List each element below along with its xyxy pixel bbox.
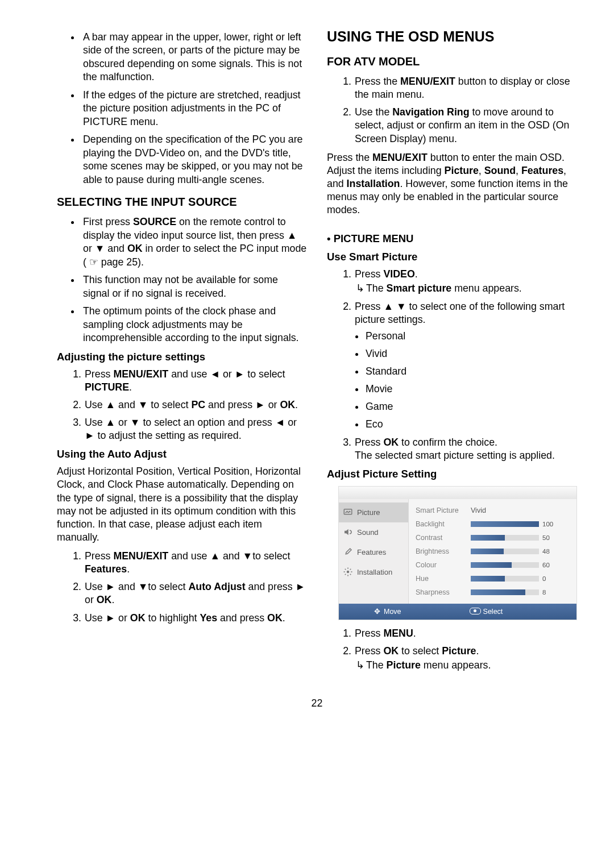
bullet-item: First press SOURCE on the remote control…: [81, 215, 307, 269]
select-icon: [470, 608, 481, 614]
list-item: Vivid: [365, 347, 577, 360]
step-item: Press VIDEO. ↳The Smart picture menu app…: [354, 268, 577, 295]
step-item: Press OK to confirm the choice. The sele…: [354, 436, 577, 462]
heading-picture-menu: PICTURE MENU: [327, 232, 577, 245]
osd-footer-move: ✥Move: [374, 607, 401, 616]
heading-using-osd-menus: USING THE OSD MENUS: [327, 28, 577, 45]
bullet-item: This function may not be available for s…: [81, 273, 307, 300]
step-item: Press OK to select Picture. ↳The Picture…: [354, 645, 577, 672]
heading-for-atv-model: FOR ATV MODEL: [327, 55, 577, 68]
dpad-icon: ✥: [374, 607, 380, 616]
step-item: Use ► or OK to highlight Yes and press O…: [84, 612, 307, 625]
bullet-item: The optimum points of the clock phase an…: [81, 305, 307, 344]
step-item: Press MENU.: [354, 627, 577, 640]
picture-icon: [343, 507, 353, 517]
step-item: Press MENU/EXIT and use ▲ and ▼to select…: [84, 550, 307, 576]
svg-point-1: [347, 571, 350, 574]
bullet-item: If the edges of the picture are stretche…: [81, 89, 307, 128]
list-item: Movie: [365, 383, 577, 396]
osd-nav-features: Features: [339, 542, 408, 562]
features-icon: [343, 547, 353, 557]
step-item: Use ► and ▼to select Auto Adjust and pre…: [84, 580, 307, 607]
page-number: 22: [57, 697, 577, 709]
list-item: Standard: [365, 365, 577, 378]
list-item: Personal: [365, 330, 577, 343]
osd-row-sharpness: Sharpness 8: [416, 585, 571, 599]
list-item: Game: [365, 400, 577, 413]
step-item: Use ▲ or ▼ to select an option and press…: [84, 416, 307, 442]
osd-nav-picture: Picture: [339, 502, 408, 522]
osd-row-colour: Colour 60: [416, 558, 571, 572]
osd-row-smart-picture: Smart Picture Vivid: [416, 504, 571, 517]
paragraph-auto-adjust: Adjust Horizontal Position, Vertical Pos…: [57, 465, 307, 544]
bullet-item: Depending on the specification of the PC…: [81, 133, 307, 186]
osd-menu-screenshot: Picture Sound Features Installation: [338, 486, 577, 620]
osd-row-backlight: Backlight 100: [416, 517, 571, 531]
osd-row-brightness: Brightness 48: [416, 545, 571, 558]
osd-footer-select: Select: [470, 608, 503, 616]
heading-adjust-picture-setting: Adjust Picture Setting: [327, 468, 577, 480]
osd-row-hue: Hue 0: [416, 572, 571, 585]
step-item: Press the MENU/EXIT button to display or…: [354, 75, 577, 101]
heading-use-smart-picture: Use Smart Picture: [327, 251, 577, 263]
step-item: Use ▲ and ▼ to select PC and press ► or …: [84, 398, 307, 412]
installation-icon: [343, 567, 353, 577]
bullet-item: A bar may appear in the upper, lower, ri…: [81, 31, 307, 84]
osd-row-contrast: Contrast 50: [416, 531, 571, 545]
heading-selecting-input-source: SELECTING THE INPUT SOURCE: [57, 196, 307, 209]
paragraph-osd-description: Press the MENU/EXIT button to enter the …: [327, 151, 577, 217]
heading-using-auto-adjust: Using the Auto Adjust: [57, 448, 307, 460]
step-item: Press MENU/EXIT and use ◄ or ► to select…: [84, 368, 307, 394]
sound-icon: [343, 527, 353, 537]
heading-adjusting-picture-settings: Adjusting the picture settings: [57, 351, 307, 363]
step-item: Press ▲ ▼ to select one of the following…: [354, 300, 577, 431]
list-item: Eco: [365, 418, 577, 431]
step-item: Use the Navigation Ring to move around t…: [354, 106, 577, 145]
osd-nav-sound: Sound: [339, 522, 408, 542]
osd-nav-installation: Installation: [339, 562, 408, 582]
